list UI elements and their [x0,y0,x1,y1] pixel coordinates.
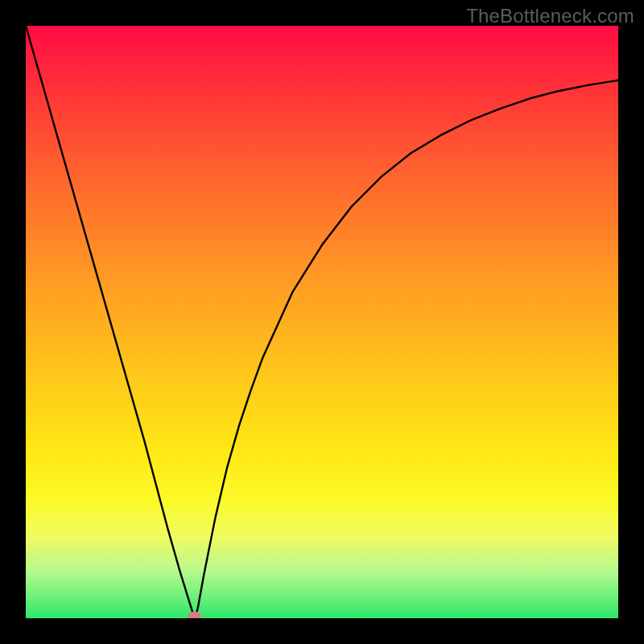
chart-frame: TheBottleneck.com [0,0,644,644]
watermark-text: TheBottleneck.com [466,5,634,27]
bottleneck-curve [26,26,618,618]
chart-svg [26,26,618,618]
minimum-marker [188,612,201,619]
plot-area [26,26,618,618]
